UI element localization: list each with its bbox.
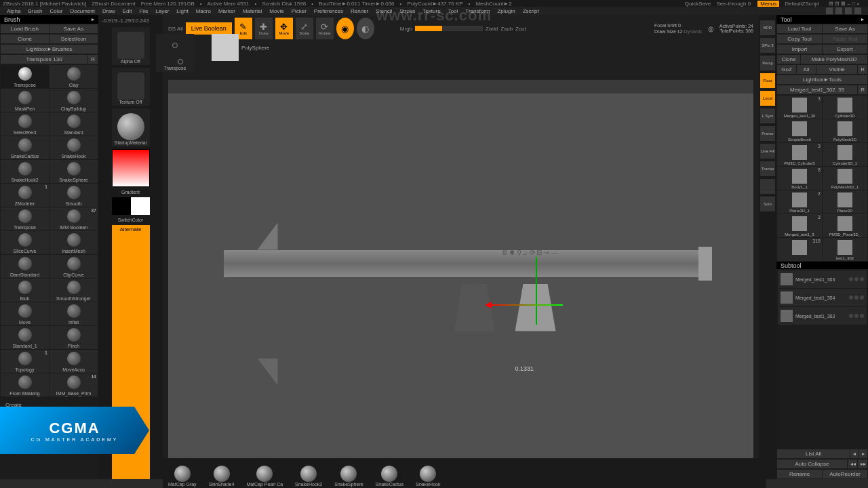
brush-moveaccu[interactable]: MoveAccu [50, 350, 98, 373]
sculptris-toggle[interactable]: ◐ [357, 18, 374, 39]
quick-snakehook[interactable]: SnakeHook [416, 466, 440, 487]
load-brush[interactable]: Load Brush [1, 24, 49, 33]
tool-cylinder3d[interactable]: Cylinder3D [823, 96, 867, 119]
brush-standard[interactable]: Standard [50, 113, 98, 136]
switchcolor-label[interactable]: SwitchColor [118, 218, 143, 222]
brush-imm_base_prim[interactable]: 14IMM_Base_Prim [50, 373, 98, 396]
brush-smoothstronger[interactable]: SmoothStronger [50, 279, 98, 302]
focal-shift[interactable]: Focal Shift 0 [654, 23, 681, 28]
move-mode[interactable]: ✥Move [275, 18, 293, 39]
brush-inflat[interactable]: Inflat [50, 302, 98, 325]
tool-header[interactable]: Tool▸ [776, 15, 868, 24]
brush-claybuildup[interactable]: ClayBuildup [50, 89, 98, 112]
ds-all[interactable]: DS All [168, 26, 183, 32]
menu-document[interactable]: Document [71, 8, 95, 14]
brush-selectrect[interactable]: SelectRect [1, 113, 49, 136]
default-zscript[interactable]: DefaultZScript [785, 1, 819, 7]
tool-pm3d_cylinder3[interactable]: 3PM3D_Cylinder3 [777, 143, 822, 166]
rotate-mode[interactable]: ⟳Rotate [316, 18, 334, 39]
polysphere-tile[interactable]: PolySphere [212, 34, 269, 61]
menu-render[interactable]: Render [351, 8, 368, 14]
make-polymesh[interactable]: Make PolyMesh3D [801, 55, 867, 64]
brush-from masking[interactable]: From Masking [1, 373, 49, 396]
tool-pm3d_plane3d_[interactable]: PM3D_Plane3D_ [823, 214, 867, 237]
rgb-slider[interactable] [415, 26, 483, 31]
save-brush[interactable]: Save As [50, 24, 98, 33]
quick-skinshade4[interactable]: SkinShade4 [209, 466, 235, 487]
menu-layer[interactable]: Layer [155, 8, 169, 14]
brush-smooth[interactable]: Smooth [50, 184, 98, 207]
menu-alpha[interactable]: Alpha [7, 8, 20, 14]
brush-transpose[interactable]: Transpose [1, 65, 49, 88]
draw-size[interactable]: Draw Size 12 [654, 29, 683, 34]
subtool-item[interactable]: Merged_test1_304 [778, 289, 867, 306]
quick-snakecactus[interactable]: SnakeCactus [376, 466, 404, 487]
live-boolean-button[interactable]: Live Boolean [186, 22, 232, 35]
color-swatches[interactable] [112, 197, 150, 215]
lightbox-tools[interactable]: Lightbox►Tools [777, 75, 867, 84]
tool-[interactable]: 315 [777, 238, 822, 261]
frame-button[interactable]: Frame [760, 126, 775, 141]
menu-draw[interactable]: Draw [102, 8, 115, 14]
autoreorder[interactable]: AutoReorder [823, 470, 867, 479]
tool-polymesh3d_1[interactable]: PolyMesh3D_1 [823, 167, 867, 190]
bpr-button[interactable]: BPR [760, 20, 775, 35]
brush-maskpen[interactable]: MaskPen [1, 89, 49, 112]
reset-button[interactable]: R [88, 55, 98, 64]
brush-snakehook[interactable]: SnakeHook [50, 136, 98, 159]
tool-simplebrush[interactable]: SimpleBrush [777, 119, 822, 142]
brush-damstandard[interactable]: DamStandard [1, 255, 49, 278]
gizmo-icons[interactable]: ⚙ ✱ ⚲ ⌂ ⟳ ⊟ ⊸ — [502, 249, 559, 256]
brush-insertmesh[interactable]: InsertMesh [50, 231, 98, 254]
menus-button[interactable]: Menus [757, 1, 779, 7]
floor-toggle[interactable]: Floor [760, 73, 775, 88]
menu-preferences[interactable]: Preferences [314, 8, 343, 14]
subtool-header[interactable]: Subtool [776, 262, 868, 269]
solo-toggle[interactable]: Solo [760, 197, 775, 211]
quick-matcap pearl ca[interactable]: MatCap Pearl Ca [246, 466, 283, 487]
layout-icon[interactable] [845, 7, 852, 14]
brush-clay[interactable]: Clay [50, 65, 98, 88]
tool-name[interactable]: Merged_test1_302. 55 [777, 85, 857, 94]
quick-matcap gray[interactable]: MatCap Gray [168, 466, 197, 487]
scale-mode[interactable]: ⤢Scale [296, 18, 313, 39]
tool-cylinder3d_1[interactable]: Cylinder3D_1 [823, 143, 867, 166]
lsym-toggle[interactable]: L.Sym [760, 108, 775, 123]
tool-plane3d[interactable]: Plane3D [823, 190, 867, 214]
auto-collapse[interactable]: Auto Collapse [777, 460, 847, 468]
zsub-label[interactable]: Zsub [500, 26, 513, 32]
brush-clipcurve[interactable]: ClipCurve [50, 255, 98, 278]
brush-topology[interactable]: 1Topology [1, 350, 49, 373]
brush-pinch[interactable]: Pinch [50, 326, 98, 349]
menu-brush[interactable]: Brush [28, 8, 42, 14]
menu-zscript[interactable]: Zscript [523, 8, 539, 14]
viewport[interactable]: ⚙ ✱ ⚲ ⌂ ⟳ ⊟ ⊸ — 0.1331 [168, 80, 753, 474]
gizmo-toggle[interactable]: ◉ [336, 18, 354, 39]
paste-tool[interactable]: Paste Tool [823, 35, 867, 43]
quicksave[interactable]: QuickSave [685, 1, 711, 7]
persp-toggle[interactable]: Persp [760, 56, 775, 70]
save-tool[interactable]: Save As [823, 24, 867, 33]
brush-imm boolean[interactable]: 37IMM Boolean [50, 207, 98, 230]
lightbox-brushes[interactable]: Lightbox►Brushes [1, 45, 98, 54]
quick-snakehook2[interactable]: SnakeHook2 [295, 466, 322, 487]
layout-icon[interactable] [835, 7, 842, 14]
subtool-item[interactable]: Merged_test1_302 [778, 307, 867, 325]
local-toggle[interactable]: Local [760, 91, 775, 106]
zadd-label[interactable]: Zadd [486, 26, 498, 32]
tool-merged_test1_30[interactable]: 3Merged_test1_30 [777, 96, 822, 119]
tool-test1_302[interactable]: test1_302 [823, 238, 867, 261]
export-tool[interactable]: Export [823, 45, 867, 54]
brush-move[interactable]: Move [1, 302, 49, 325]
brush-snakesphere[interactable]: SnakeSphere [50, 160, 98, 183]
tool-plane3d_1[interactable]: 2Plane3D_1 [777, 190, 822, 214]
copy-tool[interactable]: Copy Tool [777, 35, 822, 43]
brush-blob[interactable]: Blob [1, 279, 49, 302]
transpose-slider[interactable]: Transpose 130 [1, 55, 87, 64]
menu-file[interactable]: File [139, 8, 148, 14]
select-icon[interactable]: SelectIcon [50, 35, 98, 43]
linefill-toggle[interactable]: Line Fill [760, 144, 775, 159]
menu-macro[interactable]: Macro [196, 8, 211, 14]
zcut-label[interactable]: Zcut [515, 26, 526, 32]
spix[interactable]: SPix 3 [760, 38, 775, 53]
